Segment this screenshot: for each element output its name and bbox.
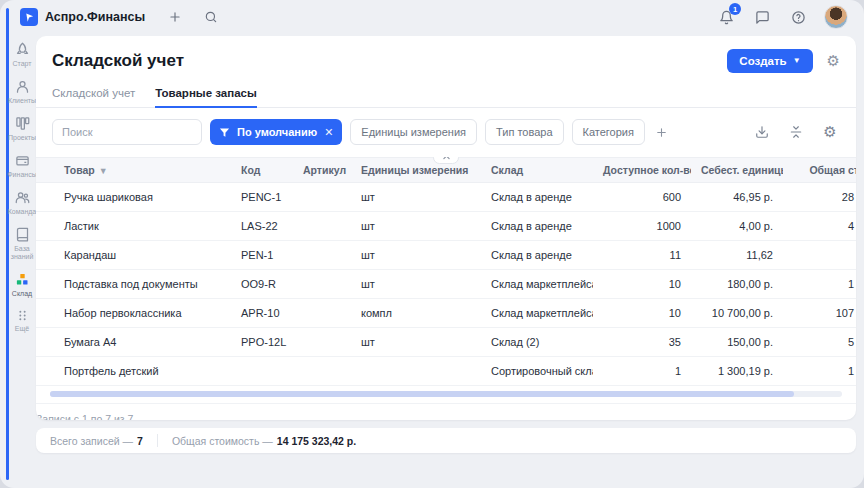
- table-cell: [293, 299, 351, 328]
- horizontal-scrollbar-track[interactable]: [50, 391, 842, 397]
- rocket-icon: [15, 42, 30, 57]
- column-header[interactable]: Код: [231, 158, 293, 183]
- funnel-icon: [219, 127, 230, 138]
- add-filter-icon[interactable]: [655, 126, 668, 139]
- tab-warehouse-accounting[interactable]: Складской учет: [52, 81, 135, 107]
- column-header[interactable]: Единицы измерения: [351, 158, 481, 183]
- table-cell: [231, 357, 293, 386]
- app-window: Аспро.Финансы 1 С: [0, 0, 864, 488]
- table-cell: 46,95 р.: [691, 183, 783, 212]
- table-cell: [293, 183, 351, 212]
- table-cell: Бумага А4: [36, 328, 231, 357]
- column-header[interactable]: Товар▼: [36, 158, 231, 183]
- table-cell: PEN-1: [231, 241, 293, 270]
- total-records: Всего записей —7: [50, 435, 143, 447]
- table-cell: OO9-R: [231, 270, 293, 299]
- table-cell: 28 170,50 р.: [783, 183, 856, 212]
- person-icon: [15, 79, 30, 94]
- sidebar-item-warehouse[interactable]: Склад: [5, 272, 39, 298]
- table-cell: 5 250,00 р.: [783, 328, 856, 357]
- create-button[interactable]: Создать ▼: [727, 49, 812, 73]
- chat-icon[interactable]: [752, 7, 772, 27]
- table-cell: 10: [593, 270, 691, 299]
- table-cell: [293, 328, 351, 357]
- table-cell: Подставка под документы: [36, 270, 231, 299]
- table-cell: Склад маркетплейса: [481, 299, 593, 328]
- book-icon: [15, 227, 30, 242]
- table-row[interactable]: Подставка под документыOO9-RштСклад марк…: [36, 270, 856, 299]
- table-settings-gear-icon[interactable]: ⚙: [820, 122, 840, 142]
- tab-bar: Складской учет Товарные запасы: [36, 81, 856, 108]
- notifications-bell-icon[interactable]: 1: [716, 7, 736, 27]
- table-cell: 1000: [593, 212, 691, 241]
- collapse-rows-icon[interactable]: [786, 122, 806, 142]
- table-cell: PPO-12L: [231, 328, 293, 357]
- active-filter-chip[interactable]: По умолчанию ✕: [210, 119, 342, 145]
- app-name: Аспро.Финансы: [45, 10, 145, 24]
- table-row[interactable]: Набор первоклассникаAPR-10комплСклад мар…: [36, 299, 856, 328]
- table-row[interactable]: Ручка шариковаяPENC-1штСклад в аренде600…: [36, 183, 856, 212]
- table-cell: шт: [351, 328, 481, 357]
- table-cell: Склад в аренде: [481, 212, 593, 241]
- app-logo[interactable]: Аспро.Финансы: [20, 8, 145, 26]
- clear-filter-icon[interactable]: ✕: [324, 126, 333, 139]
- table-cell: [351, 357, 481, 386]
- sidebar-item-knowledge[interactable]: База знаний: [5, 227, 39, 261]
- sort-chevron-icon[interactable]: ▼: [99, 166, 108, 176]
- table-cell: 127,82 р.: [783, 241, 856, 270]
- filter-chip-units[interactable]: Единицы измерения: [350, 119, 477, 145]
- table-row[interactable]: Портфель детскийСортировочный склад11 30…: [36, 357, 856, 386]
- table-cell: 150,00 р.: [691, 328, 783, 357]
- export-download-icon[interactable]: [752, 122, 772, 142]
- wallet-icon: [15, 153, 30, 168]
- table-cell: Портфель детский: [36, 357, 231, 386]
- tab-stock[interactable]: Товарные запасы: [155, 81, 257, 108]
- table-cell: 1: [593, 357, 691, 386]
- total-cost-value: 14 175 323,42 р.: [277, 435, 356, 447]
- table-cell: Склад в аренде: [481, 241, 593, 270]
- table-cell: Ручка шариковая: [36, 183, 231, 212]
- search-input[interactable]: [52, 119, 202, 145]
- user-avatar[interactable]: [824, 5, 848, 29]
- column-header[interactable]: Доступное кол-во: [593, 158, 691, 183]
- help-icon[interactable]: [788, 7, 808, 27]
- table-cell: 107 000,00 р.: [783, 299, 856, 328]
- table-row[interactable]: КарандашPEN-1штСклад в аренде1111,62127,…: [36, 241, 856, 270]
- sidebar-item-projects[interactable]: Проекты: [5, 116, 39, 142]
- page-settings-gear-icon[interactable]: ⚙: [827, 52, 840, 70]
- sidebar-item-clients[interactable]: Клиенты: [5, 79, 39, 105]
- table-cell: PENC-1: [231, 183, 293, 212]
- add-button[interactable]: [165, 7, 185, 27]
- table-cell: 10 700,00 р.: [691, 299, 783, 328]
- table-cell: Ластик: [36, 212, 231, 241]
- column-header[interactable]: Артикул: [293, 158, 351, 183]
- table-cell: 1 300,19 р.: [783, 357, 856, 386]
- table-cell: компл: [351, 299, 481, 328]
- table-row[interactable]: Бумага А4PPO-12LштСклад (2)35150,00 р.5 …: [36, 328, 856, 357]
- filter-chip-product-type[interactable]: Тип товара: [485, 119, 564, 145]
- search-icon[interactable]: [201, 7, 221, 27]
- table-cell: 4 000,00 р.: [783, 212, 856, 241]
- column-header[interactable]: Общая стоимость: [783, 158, 856, 183]
- table-cell: 180,00 р.: [691, 270, 783, 299]
- total-records-value: 7: [137, 435, 143, 447]
- table-cell: Набор первоклассника: [36, 299, 231, 328]
- table-cell: 4,00 р.: [691, 212, 783, 241]
- sidebar-item-more[interactable]: Ещё: [5, 309, 39, 333]
- table-cell: шт: [351, 241, 481, 270]
- collapse-table-button[interactable]: [433, 157, 459, 164]
- inventory-table: Товар▼КодАртикулЕдиницы измеренияСкладДо…: [36, 157, 856, 420]
- column-header[interactable]: Себест. единицы: [691, 158, 783, 183]
- column-header[interactable]: Склад: [481, 158, 593, 183]
- notification-badge: 1: [729, 3, 741, 15]
- table-body: Ручка шариковаяPENC-1штСклад в аренде600…: [36, 183, 856, 386]
- horizontal-scrollbar-thumb[interactable]: [50, 391, 794, 397]
- sidebar-item-team[interactable]: Команда: [5, 190, 39, 216]
- table-cell: [293, 270, 351, 299]
- sidebar-item-start[interactable]: Старт: [5, 42, 39, 68]
- table-row[interactable]: ЛастикLAS-22штСклад в аренде10004,00 р.4…: [36, 212, 856, 241]
- filter-chip-category[interactable]: Категория: [572, 119, 645, 145]
- table-cell: [293, 357, 351, 386]
- sidebar-item-finance[interactable]: Финансы: [5, 153, 39, 179]
- table-cell: Сортировочный склад: [481, 357, 593, 386]
